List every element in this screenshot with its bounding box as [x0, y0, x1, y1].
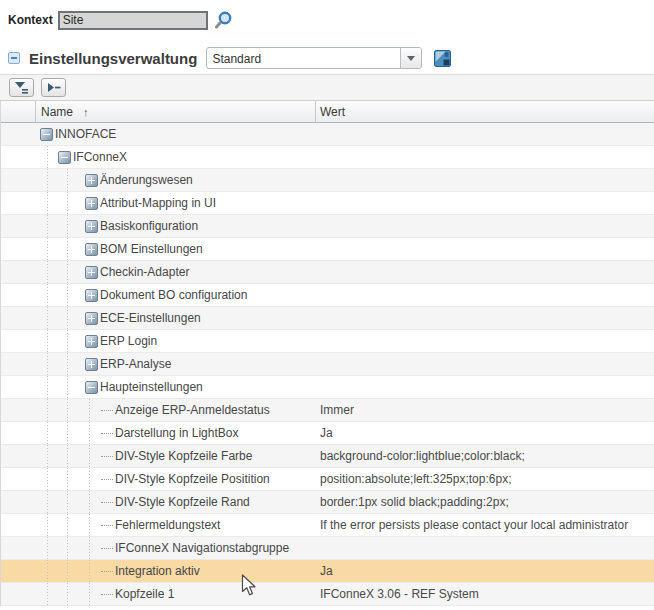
- settings-grid: Name ↑ Wert INNOFACE IFConneX Änderun: [0, 101, 654, 606]
- tree-expand-icon[interactable]: [85, 174, 98, 187]
- tree-expand-icon[interactable]: [85, 312, 98, 325]
- setting-value: [316, 123, 654, 145]
- row-indicator-cell: [1, 284, 36, 306]
- table-row[interactable]: Änderungswesen: [1, 169, 654, 192]
- table-row[interactable]: DIV-Style Kopfzeile Rand border:1px soli…: [1, 491, 654, 514]
- row-indicator-cell: [1, 445, 36, 467]
- tree-branch-connector: [101, 525, 113, 526]
- table-row[interactable]: DIV-Style Kopfzeile Farbe background-col…: [1, 445, 654, 468]
- setting-name: Anzeige ERP-Anmeldestatus: [115, 403, 270, 417]
- tree-expand-icon[interactable]: [85, 220, 98, 233]
- kontext-input[interactable]: [58, 11, 208, 30]
- setting-name: Attribut-Mapping in UI: [100, 196, 216, 210]
- tree-expand-icon[interactable]: [85, 335, 98, 348]
- section-collapse-icon[interactable]: [8, 52, 20, 64]
- row-name-cell: Attribut-Mapping in UI: [36, 192, 316, 214]
- table-row[interactable]: Anzeige ERP-Anmeldestatus Immer: [1, 399, 654, 422]
- row-name-cell: DIV-Style Kopfzeile Farbe: [36, 445, 316, 467]
- save-button[interactable]: [434, 50, 451, 67]
- setting-value: [316, 353, 654, 375]
- table-row[interactable]: BOM Einstellungen: [1, 238, 654, 261]
- setting-value: position:absolute;left:325px;top:6px;: [316, 468, 654, 490]
- row-name-cell: Dokument BO configuration: [36, 284, 316, 306]
- table-row[interactable]: ECE-Einstellungen: [1, 307, 654, 330]
- setting-name: ERP-Analyse: [100, 357, 171, 371]
- search-button[interactable]: [214, 10, 234, 30]
- table-row[interactable]: Checkin-Adapter: [1, 261, 654, 284]
- row-indicator-cell: [1, 583, 36, 605]
- table-row[interactable]: ERP-Analyse: [1, 353, 654, 376]
- row-name-cell: Checkin-Adapter: [36, 261, 316, 283]
- setting-name: Haupteinstellungen: [100, 380, 203, 394]
- filter-funnel-icon: [15, 82, 29, 94]
- tree-expand-icon[interactable]: [85, 243, 98, 256]
- row-indicator-cell: [1, 330, 36, 352]
- tree-branch-connector: [101, 456, 113, 457]
- collapse-tree-icon: [47, 83, 61, 93]
- grid-header: Name ↑ Wert: [1, 101, 654, 123]
- row-name-cell: Integration aktiv: [36, 560, 316, 582]
- row-name-cell: DIV-Style Kopfzeile Rand: [36, 491, 316, 513]
- setting-name: Kopfzeile 1: [115, 587, 174, 601]
- tree-expand-icon[interactable]: [85, 197, 98, 210]
- tree-collapse-icon[interactable]: [58, 151, 71, 164]
- table-row[interactable]: Integration aktiv Ja: [1, 560, 654, 583]
- table-row[interactable]: IFConneX: [1, 146, 654, 169]
- header-column-wert[interactable]: Wert: [316, 101, 654, 122]
- table-row[interactable]: INNOFACE: [1, 123, 654, 146]
- setting-name: DIV-Style Kopfzeile Rand: [115, 495, 250, 509]
- setting-name: IFConneX: [73, 150, 127, 164]
- profile-select-value: Standard: [207, 48, 400, 68]
- row-indicator-cell: [1, 537, 36, 559]
- setting-value: [316, 537, 654, 559]
- tree-collapse-icon[interactable]: [40, 128, 53, 141]
- row-indicator-cell: [1, 307, 36, 329]
- tree-branch-connector: [101, 479, 113, 480]
- row-name-cell: Basiskonfiguration: [36, 215, 316, 237]
- tree-collapse-icon[interactable]: [85, 381, 98, 394]
- row-name-cell: ERP Login: [36, 330, 316, 352]
- setting-value: [316, 169, 654, 191]
- row-name-cell: Haupteinstellungen: [36, 376, 316, 398]
- row-indicator-cell: [1, 169, 36, 191]
- table-row[interactable]: Dokument BO configuration: [1, 284, 654, 307]
- section-title: Einstellungsverwaltung: [29, 50, 197, 67]
- row-indicator-cell: [1, 238, 36, 260]
- table-row[interactable]: Haupteinstellungen: [1, 376, 654, 399]
- setting-value: IFConneX 3.06 - REF System: [316, 583, 654, 605]
- table-row[interactable]: Darstellung in LightBox Ja: [1, 422, 654, 445]
- table-row[interactable]: DIV-Style Kopfzeile Positition position:…: [1, 468, 654, 491]
- table-row[interactable]: ERP Login: [1, 330, 654, 353]
- section-header: Einstellungsverwaltung Standard: [8, 47, 648, 69]
- tree-expand-icon[interactable]: [85, 358, 98, 371]
- tree-branch-connector: [101, 410, 113, 411]
- row-indicator-cell: [1, 215, 36, 237]
- dropdown-arrow-button[interactable]: [400, 48, 421, 68]
- setting-value: [316, 215, 654, 237]
- table-row[interactable]: Fehlermeldungstext If the error persists…: [1, 514, 654, 537]
- table-row[interactable]: Kopfzeile 1 IFConneX 3.06 - REF System: [1, 583, 654, 606]
- row-name-cell: Änderungswesen: [36, 169, 316, 191]
- row-name-cell: Darstellung in LightBox: [36, 422, 316, 444]
- table-row[interactable]: Basiskonfiguration: [1, 215, 654, 238]
- header-column-name[interactable]: Name ↑: [36, 101, 316, 122]
- table-row[interactable]: IFConneX Navigationstabgruppe: [1, 537, 654, 560]
- table-row[interactable]: Attribut-Mapping in UI: [1, 192, 654, 215]
- filter-button[interactable]: [9, 78, 34, 97]
- grid-body: INNOFACE IFConneX Änderungswesen Attribu…: [1, 123, 654, 606]
- tree-expand-icon[interactable]: [85, 289, 98, 302]
- setting-name: ERP Login: [100, 334, 157, 348]
- row-indicator-cell: [1, 376, 36, 398]
- row-indicator-cell: [1, 514, 36, 536]
- setting-name: DIV-Style Kopfzeile Farbe: [115, 449, 252, 463]
- setting-value: [316, 238, 654, 260]
- profile-select[interactable]: Standard: [206, 47, 422, 69]
- row-indicator-cell: [1, 146, 36, 168]
- row-name-cell: DIV-Style Kopfzeile Positition: [36, 468, 316, 490]
- tree-expand-icon[interactable]: [85, 266, 98, 279]
- collapse-all-button[interactable]: [41, 78, 66, 97]
- row-indicator-cell: [1, 192, 36, 214]
- row-name-cell: ECE-Einstellungen: [36, 307, 316, 329]
- setting-name: Dokument BO configuration: [100, 288, 247, 302]
- row-name-cell: ERP-Analyse: [36, 353, 316, 375]
